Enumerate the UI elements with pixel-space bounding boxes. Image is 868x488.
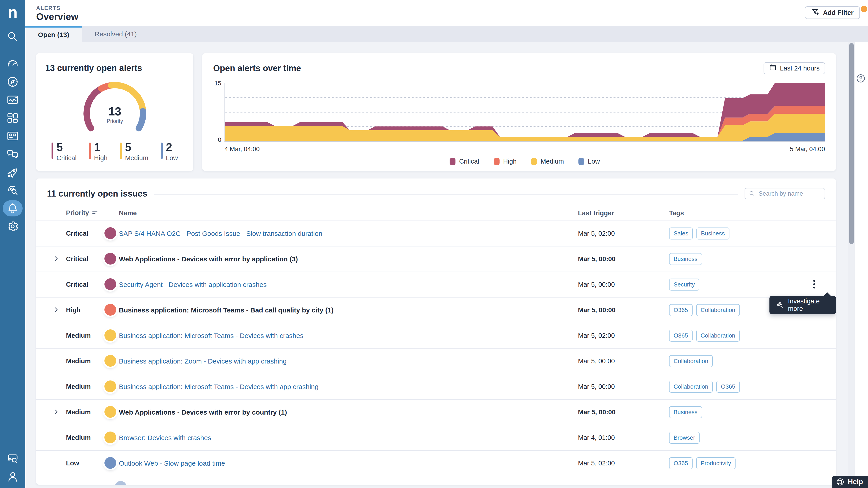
- issue-name-link[interactable]: SAP S/4 HANA O2C - Post Goods Issue - Sl…: [119, 230, 322, 237]
- tag-pill[interactable]: Collaboration: [669, 381, 713, 393]
- priority-label: Medium: [66, 383, 104, 390]
- sidebar-item-layout-grid[interactable]: [3, 110, 23, 126]
- table-row[interactable]: Low Outlook Web - Slow page load time Ma…: [36, 450, 836, 476]
- expand-button[interactable]: [47, 413, 61, 417]
- tag-pill[interactable]: O365: [669, 330, 692, 341]
- table-row[interactable]: High Business application: Microsoft Tea…: [36, 297, 836, 323]
- fingerprint-search-icon: [6, 184, 19, 197]
- tag-pill[interactable]: Productivity: [696, 457, 736, 469]
- expander-cell[interactable]: [47, 305, 66, 315]
- gear-icon: [6, 220, 19, 233]
- sidebar-bottom-items: [0, 449, 25, 485]
- sidebar-item-rocket[interactable]: [3, 164, 23, 180]
- expand-button[interactable]: [47, 260, 61, 264]
- table-row[interactable]: Critical Web Applications - Devices with…: [36, 246, 836, 271]
- priority-label: Medium: [66, 409, 104, 416]
- expander-cell[interactable]: [47, 254, 66, 264]
- table-row[interactable]: Medium Business application: Zoom - Devi…: [36, 348, 836, 374]
- expand-button[interactable]: [47, 311, 61, 315]
- tags-cell: CollaborationO365: [669, 381, 796, 393]
- priority-label: Low: [66, 459, 104, 467]
- tag-pill[interactable]: Collaboration: [669, 355, 713, 367]
- time-range-label: Last 24 hours: [780, 65, 819, 72]
- sidebar-item-fingerprint-search[interactable]: [3, 182, 23, 198]
- tag-pill[interactable]: O365: [716, 381, 740, 393]
- stacked-area-chart: [224, 83, 825, 141]
- tag-pill[interactable]: Collaboration: [696, 330, 740, 341]
- tooltip-label: Investigate more: [788, 297, 829, 313]
- sidebar-item-compass[interactable]: [3, 74, 23, 90]
- sidebar-item-applications[interactable]: [3, 128, 23, 144]
- tag-pill[interactable]: O365: [669, 304, 692, 316]
- app-logo: n: [8, 4, 18, 20]
- stat-color-bar: [161, 142, 163, 159]
- table-row[interactable]: Medium Web Applications - Devices with e…: [36, 399, 836, 425]
- stat-count: 2: [166, 142, 178, 153]
- investigate-more-tooltip[interactable]: Investigate more: [770, 296, 836, 314]
- layout-grid-icon: [6, 111, 19, 124]
- stat-color-bar: [120, 142, 122, 159]
- tag-pill[interactable]: Browser: [669, 432, 700, 444]
- legend-swatch: [531, 158, 537, 165]
- tag-pill[interactable]: Security: [669, 279, 700, 291]
- priority-dot: [104, 304, 116, 316]
- divider: [149, 69, 178, 69]
- tag-pill[interactable]: Collaboration: [696, 304, 740, 316]
- notification-dot: [861, 6, 867, 12]
- chevron-right-icon: [52, 254, 61, 263]
- table-row[interactable]: Critical Security Agent - Devices with a…: [36, 271, 836, 297]
- last-trigger-value: Mar 5, 00:00: [578, 255, 669, 263]
- issue-name-link[interactable]: Outlook Web - Slow page load time: [119, 459, 225, 467]
- priority-gauge-chart: 13Priority: [70, 73, 160, 139]
- column-priority[interactable]: Priority: [66, 209, 104, 217]
- tag-pill[interactable]: Business: [669, 406, 702, 418]
- time-range-button[interactable]: Last 24 hours: [764, 62, 825, 74]
- issue-name-link[interactable]: Browser: Devices with crashes: [119, 434, 211, 442]
- last-trigger-value: Mar 5, 02:00: [578, 459, 669, 467]
- tag-pill[interactable]: O365: [669, 457, 692, 469]
- issue-name-link[interactable]: Business application: Zoom - Devices wit…: [119, 357, 287, 365]
- column-tags: Tags: [669, 209, 796, 217]
- issue-name-link[interactable]: Security Agent - Devices with applicatio…: [119, 281, 267, 288]
- sidebar-item-search[interactable]: [3, 29, 23, 45]
- x-axis-line: [224, 141, 825, 142]
- question-help-icon[interactable]: [856, 73, 866, 84]
- kebab-menu-icon: [809, 277, 819, 291]
- tag-pill[interactable]: Business: [696, 228, 730, 239]
- scrollbar-thumb[interactable]: [849, 43, 854, 244]
- calendar-icon: [769, 64, 777, 73]
- sidebar-item-gauge-dashboard[interactable]: [3, 56, 23, 72]
- tag-pill[interactable]: Business: [669, 253, 702, 265]
- table-row[interactable]: Critical SAP S/4 HANA O2C - Post Goods I…: [36, 221, 836, 246]
- search-icon: [749, 190, 755, 197]
- column-name[interactable]: Name: [119, 209, 578, 217]
- row-menu-button[interactable]: [809, 288, 825, 292]
- search-input[interactable]: [758, 190, 821, 197]
- legend-item-low: Low: [579, 158, 600, 165]
- help-button[interactable]: Help: [832, 476, 868, 488]
- tag-pill[interactable]: Sales: [669, 228, 693, 239]
- issue-name-link[interactable]: Business application: Microsoft Teams - …: [119, 332, 303, 339]
- table-row[interactable]: Medium Browser: Devices with crashes Mar…: [36, 425, 836, 450]
- tab-open[interactable]: Open (13): [25, 26, 82, 42]
- sidebar-item-person[interactable]: [3, 468, 23, 485]
- add-filter-button[interactable]: Add Filter: [805, 6, 860, 19]
- x-axis-end-label: 5 Mar, 04:00: [790, 145, 825, 153]
- partial-row-priority-dot: [115, 481, 127, 485]
- issue-name-link[interactable]: Business application: Microsoft Teams - …: [119, 383, 318, 390]
- sidebar-item-web-monitoring[interactable]: [3, 92, 23, 108]
- tab-resolved[interactable]: Resolved (41): [82, 26, 149, 42]
- column-last-trigger[interactable]: Last trigger: [578, 209, 669, 217]
- y-axis-min-label: 0: [218, 136, 221, 143]
- expander-cell[interactable]: [47, 408, 66, 417]
- table-row[interactable]: Medium Business application: Microsoft T…: [36, 323, 836, 348]
- tags-cell: O365Collaboration: [669, 330, 796, 341]
- sidebar-item-chat-bubbles[interactable]: [3, 146, 23, 162]
- sidebar-item-bell[interactable]: [3, 200, 23, 217]
- sidebar-item-remote-device[interactable]: [3, 451, 23, 467]
- sidebar-item-gear[interactable]: [3, 218, 23, 234]
- chart-panel-title: Open alerts over time: [213, 64, 301, 73]
- last-trigger-value: Mar 5, 02:00: [578, 332, 669, 339]
- chevron-right-icon: [52, 408, 61, 416]
- table-row[interactable]: Medium Business application: Microsoft T…: [36, 374, 836, 399]
